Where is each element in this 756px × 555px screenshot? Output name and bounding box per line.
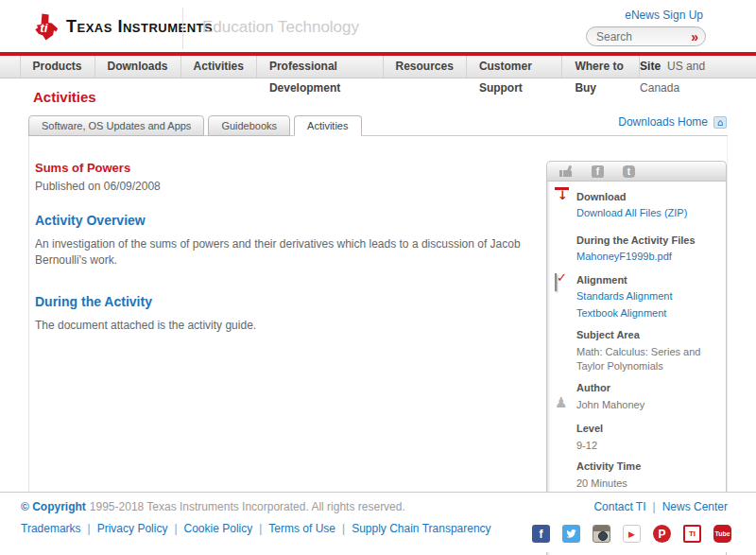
alignment-section: ✓ Alignment Standards Alignment Textbook… bbox=[553, 274, 718, 319]
copyright-label: © Copyright bbox=[21, 500, 86, 513]
site-header: ti Texas Instruments Education Technolog… bbox=[0, 0, 756, 56]
activity-files-section: During the Activity Files MahoneyF1999b.… bbox=[576, 234, 718, 262]
search-input[interactable] bbox=[596, 30, 691, 43]
ti-bulletin-icon[interactable]: TI bbox=[683, 525, 701, 543]
twitter-share-icon[interactable]: t bbox=[623, 165, 635, 178]
tab-bar: Software, OS Updates and Apps Guidebooks… bbox=[28, 113, 728, 136]
level-heading: Level bbox=[576, 423, 718, 434]
activity-sidebar: f t ↓ Download Download All Files (ZIP) … bbox=[546, 136, 727, 492]
supply-chain-transparency-link[interactable]: Supply Chain Transparency bbox=[352, 522, 490, 535]
youtube-icon[interactable]: ▶ bbox=[623, 525, 641, 543]
activity-time-section: Activity Time 20 Minutes bbox=[576, 460, 718, 491]
nav-item-professional-development[interactable]: Professional Development bbox=[257, 56, 384, 78]
copyright-text: 1995-2018 Texas Instruments Incorporated… bbox=[90, 500, 405, 513]
tab-software-os-updates[interactable]: Software, OS Updates and Apps bbox=[28, 115, 204, 136]
footer-right-links: Contact TI|News Center bbox=[593, 500, 728, 513]
enews-signup-link[interactable]: eNews Sign Up bbox=[625, 9, 703, 22]
activity-time-heading: Activity Time bbox=[576, 460, 718, 472]
copyright-line: © Copyright1995-2018 Texas Instruments I… bbox=[21, 500, 405, 513]
level-section: Level 9-12 bbox=[576, 423, 718, 453]
author-icon: ♟ bbox=[555, 394, 567, 411]
section-body-during: The document attached is the activity gu… bbox=[35, 318, 527, 334]
activity-details: Sums of Powers Published on 06/09/2008 A… bbox=[29, 136, 546, 492]
terms-of-use-link[interactable]: Terms of Use bbox=[268, 522, 335, 535]
standards-alignment-link[interactable]: Standards Alignment bbox=[576, 290, 718, 302]
contact-ti-link[interactable]: Contact TI bbox=[593, 500, 645, 513]
division-name: Education Technology bbox=[202, 18, 359, 37]
subject-area-heading: Subject Area bbox=[576, 329, 718, 340]
alignment-check-icon: ✓ bbox=[555, 273, 557, 291]
site-label: Site bbox=[640, 60, 661, 73]
section-body-overview: An investigation of the sums of powers a… bbox=[35, 236, 527, 269]
search-box: » bbox=[586, 26, 706, 46]
separator: | bbox=[88, 522, 91, 535]
downloads-home-link[interactable]: Downloads Home ⌂ bbox=[618, 115, 727, 129]
nav-item-where-to-buy[interactable]: Where to Buy bbox=[562, 56, 640, 78]
share-strip: f t bbox=[546, 161, 727, 181]
ti-texas-logo-icon: ti bbox=[33, 13, 59, 41]
pinterest-icon[interactable]: P bbox=[653, 525, 671, 543]
footer: © Copyright1995-2018 Texas Instruments I… bbox=[0, 492, 756, 552]
subject-area-value: Math: Calculus: Series and Taylor Polyno… bbox=[576, 345, 718, 373]
nav-item-downloads[interactable]: Downloads bbox=[95, 56, 181, 78]
author-heading: Author bbox=[576, 382, 718, 393]
home-icon: ⌂ bbox=[713, 116, 727, 129]
logo-name: Texas Instruments bbox=[66, 17, 213, 37]
main-nav: Products Downloads Activities Profession… bbox=[0, 56, 756, 78]
footer-social-icons: f ▶ P TI Tube bbox=[532, 525, 731, 543]
published-date: Published on 06/09/2008 bbox=[35, 180, 527, 193]
content-panel: Sums of Powers Published on 06/09/2008 A… bbox=[28, 136, 728, 492]
ti-logo[interactable]: ti Texas Instruments bbox=[33, 13, 213, 41]
facebook-share-icon[interactable]: f bbox=[592, 165, 604, 178]
alignment-heading: Alignment bbox=[576, 274, 718, 286]
search-submit-icon[interactable]: » bbox=[691, 30, 698, 43]
author-section: ♟ Author John Mahoney bbox=[553, 382, 718, 414]
activity-files-heading: During the Activity Files bbox=[576, 234, 718, 246]
textbook-alignment-link[interactable]: Textbook Alignment bbox=[576, 307, 718, 319]
download-all-files-link[interactable]: Download All Files (ZIP) bbox=[576, 207, 718, 218]
separator: | bbox=[259, 522, 262, 535]
level-value: 9-12 bbox=[576, 439, 718, 453]
separator: | bbox=[342, 522, 345, 535]
separator: | bbox=[174, 522, 177, 535]
author-value: John Mahoney bbox=[576, 398, 718, 412]
facebook-icon[interactable]: f bbox=[532, 525, 550, 543]
nav-item-customer-support[interactable]: Customer Support bbox=[467, 56, 563, 78]
nav-item-activities[interactable]: Activities bbox=[181, 56, 257, 78]
like-icon[interactable] bbox=[559, 165, 573, 177]
downloads-home-label: Downloads Home bbox=[618, 115, 708, 129]
nav-spacer bbox=[0, 56, 21, 78]
header-divider bbox=[182, 8, 183, 49]
news-center-link[interactable]: News Center bbox=[662, 500, 728, 513]
youtube-legacy-icon[interactable]: Tube bbox=[713, 525, 731, 543]
twitter-icon[interactable] bbox=[562, 525, 580, 543]
download-heading: Download bbox=[576, 191, 718, 202]
activity-file-link[interactable]: MahoneyF1999b.pdf bbox=[576, 251, 718, 262]
nav-item-products[interactable]: Products bbox=[21, 56, 95, 78]
footer-links: Trademarks|Privacy Policy|Cookie Policy|… bbox=[21, 522, 491, 535]
instagram-icon[interactable] bbox=[593, 525, 610, 543]
tab-guidebooks[interactable]: Guidebooks bbox=[208, 115, 290, 136]
privacy-policy-link[interactable]: Privacy Policy bbox=[97, 522, 168, 535]
site-selector[interactable]: SiteUS and Canada bbox=[640, 56, 756, 78]
cookie-policy-link[interactable]: Cookie Policy bbox=[184, 522, 253, 535]
activity-time-value: 20 Minutes bbox=[576, 477, 718, 491]
separator: | bbox=[653, 500, 656, 513]
ti-logo-letters: ti bbox=[40, 21, 47, 35]
subject-area-section: Subject Area Math: Calculus: Series and … bbox=[576, 329, 718, 373]
download-section: ↓ Download Download All Files (ZIP) bbox=[553, 191, 718, 224]
twitter-bird-icon bbox=[565, 528, 577, 540]
activity-title: Sums of Powers bbox=[35, 161, 527, 175]
section-heading-during: During the Activity bbox=[35, 294, 527, 309]
section-heading-overview: Activity Overview bbox=[35, 213, 527, 228]
nav-item-resources[interactable]: Resources bbox=[384, 56, 467, 78]
trademarks-link[interactable]: Trademarks bbox=[21, 522, 81, 535]
tab-activities[interactable]: Activities bbox=[294, 115, 361, 136]
